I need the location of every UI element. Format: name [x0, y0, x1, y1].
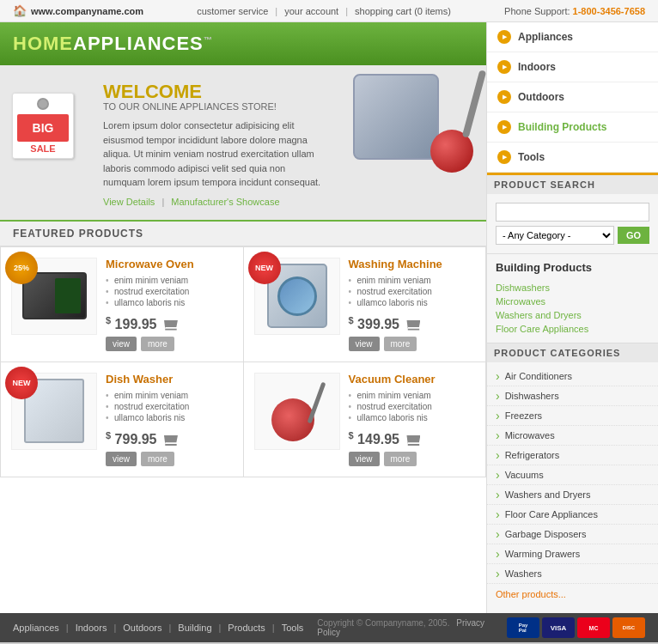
- cat-item-freezers[interactable]: › Freezers: [487, 406, 658, 426]
- nav-label-tools: Tools: [518, 151, 545, 163]
- product-name-3[interactable]: Vacuum Cleaner: [349, 373, 476, 386]
- footer-link-products[interactable]: Products: [228, 623, 265, 633]
- view-button-2[interactable]: view: [106, 452, 137, 466]
- nav-item-building-products[interactable]: Building Products: [487, 112, 658, 143]
- cat-label-washers-dryers: Washers and Dryers: [505, 489, 591, 500]
- nav-item-indoors[interactable]: Indoors: [487, 52, 658, 82]
- view-button-1[interactable]: view: [349, 337, 380, 351]
- product-info-microwave: Microwave Oven enim minim veniam nostrud…: [106, 258, 233, 351]
- product-cell-microwave: 25% Microwave Oven enim minim veniam nos…: [1, 247, 243, 361]
- cat-item-air-conditioners[interactable]: › Air Conditioners: [487, 367, 658, 386]
- more-button-3[interactable]: more: [384, 452, 417, 466]
- product-price-3: $ 149.95: [349, 430, 476, 447]
- welcome-body: Lorem ipsum dolor consectetur adipisicin…: [103, 118, 326, 190]
- nav-arrow-outdoors: [497, 90, 511, 104]
- product-image-vacuum: [254, 373, 340, 450]
- nav-item-tools[interactable]: Tools: [487, 143, 658, 173]
- product-name-0[interactable]: Microwave Oven: [106, 258, 233, 270]
- footer-link-indoors[interactable]: Indoors: [76, 623, 107, 633]
- nav-arrow-tools: [497, 150, 511, 164]
- product-actions-3: view more: [349, 452, 476, 466]
- site-url[interactable]: www.companyname.com: [31, 6, 143, 16]
- bp-item-microwaves[interactable]: Microwaves: [496, 295, 649, 308]
- category-select[interactable]: - Any Category -: [496, 226, 614, 245]
- bp-item-floor-care[interactable]: Floor Care Appliances: [496, 322, 649, 336]
- more-button-2[interactable]: more: [141, 452, 174, 466]
- product-price-1: $ 399.95: [349, 315, 476, 332]
- cart-icon-2[interactable]: [164, 435, 178, 446]
- nav-item-appliances[interactable]: Appliances: [487, 22, 658, 52]
- cat-item-warming-drawers[interactable]: › Warming Drawers: [487, 544, 658, 564]
- search-input[interactable]: [496, 203, 649, 222]
- categories-title: PRODUCT CATEGORIES: [487, 343, 658, 362]
- footer-link-tools[interactable]: Tools: [282, 623, 304, 633]
- vacuum-icon: [271, 381, 323, 441]
- cat-item-washers-dryers[interactable]: › Washers and Dryers: [487, 485, 658, 505]
- cat-label-refrigerators: Refrigerators: [505, 450, 560, 460]
- product-info-dishwasher: Dish Washer enim minim veniam nostrud ex…: [106, 373, 233, 466]
- logo-appliances: APPLIANCES: [73, 33, 204, 54]
- nav-arrow-building-products: [497, 120, 511, 134]
- logo-home: HOME: [13, 33, 73, 54]
- welcome-links: View Details | Manufacturer's Showcase: [103, 197, 473, 207]
- cat-label-freezers: Freezers: [505, 410, 542, 421]
- footer-link-appliances[interactable]: Appliances: [13, 623, 59, 633]
- bp-item-washers-dryers[interactable]: Washers and Dryers: [496, 308, 649, 322]
- product-name-1[interactable]: Washing Machine: [349, 258, 476, 270]
- cat-item-floor-care[interactable]: › Floor Care Appliances: [487, 505, 658, 525]
- cart-icon-0[interactable]: [164, 320, 178, 331]
- featured-title: FEATURED PRODUCTS: [13, 228, 473, 240]
- building-products-title: Building Products: [496, 261, 649, 274]
- welcome-title: WELCOME: [103, 82, 473, 101]
- shopping-cart-link[interactable]: shopping cart (0 items): [355, 6, 451, 16]
- view-button-3[interactable]: view: [349, 452, 380, 466]
- search-go-button[interactable]: GO: [618, 227, 649, 244]
- search-row: - Any Category - GO: [496, 226, 649, 245]
- cat-item-garbage-disposers[interactable]: › Garbage Disposers: [487, 525, 658, 544]
- cat-item-microwaves[interactable]: › Microwaves: [487, 426, 658, 446]
- product-info-vacuum: Vacuum Cleaner enim minim veniam nostrud…: [349, 373, 476, 466]
- cat-item-vacuums[interactable]: › Vacuums: [487, 465, 658, 485]
- product-cell-washing: NEW Washing Machine enim minim veniam no…: [244, 247, 486, 361]
- phone-number[interactable]: 1-800-3456-7658: [573, 6, 645, 16]
- product-actions-1: view more: [349, 337, 476, 351]
- logo-tm: ™: [204, 35, 213, 45]
- view-details-link[interactable]: View Details: [103, 197, 155, 207]
- product-price-2: $ 799.95: [106, 430, 233, 447]
- cart-icon-3[interactable]: [406, 435, 420, 446]
- view-button-0[interactable]: view: [106, 337, 137, 351]
- footer-links: Appliances | Indoors | Outdoors | Buildi…: [13, 618, 507, 637]
- product-image-washing: NEW: [254, 258, 340, 335]
- other-products-link[interactable]: Other products...: [496, 589, 566, 599]
- footer-link-outdoors[interactable]: Outdoors: [123, 623, 161, 633]
- nav-item-outdoors[interactable]: Outdoors: [487, 82, 658, 112]
- cat-label-microwaves: Microwaves: [505, 430, 555, 440]
- bp-item-dishwashers[interactable]: Dishwashers: [496, 281, 649, 295]
- footer: Appliances | Indoors | Outdoors | Buildi…: [0, 613, 658, 642]
- cat-item-washers[interactable]: › Washers: [487, 564, 658, 584]
- search-title: PRODUCT SEARCH: [487, 175, 658, 194]
- product-features-1: enim minim veniam nostrud exercitation u…: [349, 275, 476, 308]
- other-products: Other products...: [487, 584, 658, 605]
- footer-link-building[interactable]: Building: [178, 623, 211, 633]
- your-account-link[interactable]: your account: [284, 6, 338, 16]
- more-button-0[interactable]: more: [141, 337, 174, 351]
- sale-big-label: BIG: [17, 114, 69, 142]
- site-logo: HOMEAPPLIANCES™: [13, 33, 213, 55]
- cat-item-refrigerators[interactable]: › Refrigerators: [487, 446, 658, 465]
- product-name-2[interactable]: Dish Washer: [106, 373, 233, 386]
- discover-icon: DISC: [612, 617, 645, 638]
- cat-item-dishwashers[interactable]: › Dishwashers: [487, 386, 658, 406]
- manufacturers-showcase-link[interactable]: Manufacturer's Showcase: [171, 197, 279, 207]
- product-info-washing: Washing Machine enim minim veniam nostru…: [349, 258, 476, 351]
- customer-service-link[interactable]: customer service: [197, 6, 268, 16]
- mastercard-icon: MC: [577, 617, 610, 638]
- more-button-1[interactable]: more: [384, 337, 417, 351]
- cat-label-floor-care: Floor Care Appliances: [505, 509, 598, 519]
- nav-label-appliances: Appliances: [518, 31, 573, 43]
- sale-sublabel: SALE: [17, 143, 69, 154]
- cart-icon-1[interactable]: [406, 320, 420, 331]
- product-badge-1: NEW: [248, 252, 281, 284]
- product-actions-0: view more: [106, 337, 233, 351]
- nav-label-building-products: Building Products: [518, 121, 606, 133]
